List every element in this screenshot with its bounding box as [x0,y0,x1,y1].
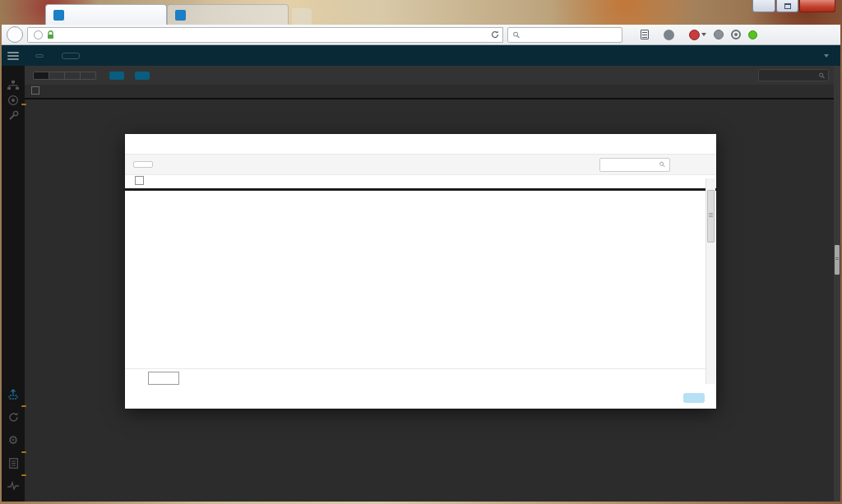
tab-unms[interactable] [45,4,167,25]
window-controls [752,0,835,12]
adblock-caret-icon [701,33,706,36]
upgrade-devices-submit-button[interactable] [683,393,705,403]
reload-button[interactable] [487,27,503,43]
page-scrollbar-thumb[interactable] [835,245,840,275]
browser-search-box[interactable] [507,27,622,43]
items-per-page-input[interactable] [148,372,179,385]
modal-search-box[interactable] [599,158,670,172]
unms-favicon [53,10,64,21]
bookmarks-menu-icon[interactable] [641,30,649,39]
minimize-button[interactable] [752,0,775,12]
page-viewport: ⚙ [2,45,840,502]
modal-scrollbar-thumb[interactable] [707,190,715,243]
select-all-checkbox[interactable] [135,176,144,185]
modal-toolbar [125,155,716,174]
browser-toolbar [2,25,840,45]
modal-actions [125,388,716,409]
models-filter-dropdown[interactable] [133,161,153,168]
modal-table-body-wrap [125,191,716,368]
modal-search-input[interactable] [604,160,656,169]
firmware-upgrade-modal [125,134,716,409]
close-window-button[interactable] [799,0,835,12]
search-icon [513,31,520,39]
adblock-icon[interactable] [689,30,706,40]
url-bar[interactable] [27,27,488,43]
pocket-icon[interactable] [664,30,674,40]
search-icon [659,161,665,168]
maximize-icon [784,3,791,9]
site-info-icon[interactable] [34,30,43,39]
page-scrollbar[interactable] [834,66,840,502]
desktop: ⚙ [0,0,842,504]
scroll-up-icon[interactable] [706,178,715,188]
modal-table-header [125,175,716,191]
modal-scrollbar[interactable] [706,178,715,384]
modal-pagination [125,368,716,387]
toolbar-icons [633,30,765,40]
browser-tab-bar [45,4,628,25]
vpn-status-icon[interactable] [748,30,757,39]
back-button[interactable] [7,26,23,43]
browser-search-input[interactable] [524,30,617,39]
https-lock-icon [47,30,54,39]
maximize-button[interactable] [776,0,798,12]
scroll-down-icon[interactable] [706,374,715,384]
modal-header [125,134,716,155]
new-tab-button[interactable] [292,8,312,25]
tab-ubiquiti-account[interactable] [167,4,289,25]
ubnt-favicon [175,10,186,21]
extension-icon[interactable] [714,30,724,39]
privacy-eye-icon[interactable] [731,30,741,39]
